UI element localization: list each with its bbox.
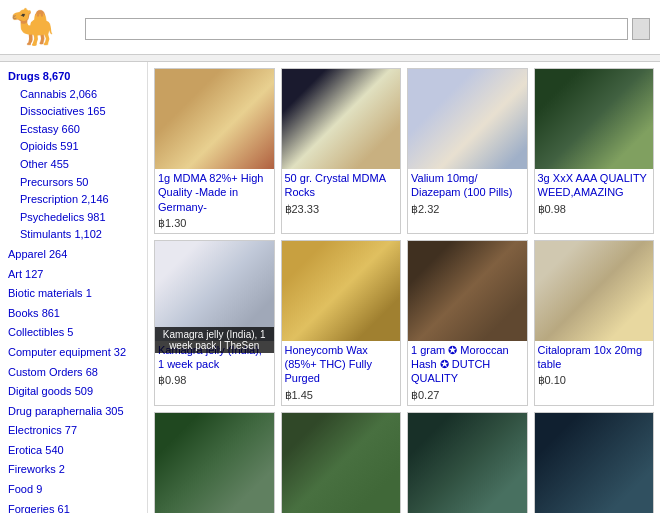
product-card-5[interactable]: Kamagra jelly (India), 1 week pack | The… (154, 240, 275, 406)
sidebar: Drugs 8,670 Cannabis 2,066 Dissociatives… (0, 62, 148, 513)
sidebar-item-food[interactable]: Food 9 (8, 481, 139, 499)
product-card-7[interactable]: 1 gram ✪ Moroccan Hash ✪ DUTCH QUALITY฿0… (407, 240, 528, 406)
sidebar-item-forgeries[interactable]: Forgeries 61 (8, 501, 139, 513)
product-grid: 1g MDMA 82%+ High Quality -Made in Germa… (154, 68, 654, 513)
product-card-1[interactable]: 1g MDMA 82%+ High Quality -Made in Germa… (154, 68, 275, 234)
sidebar-item-drug-para[interactable]: Drug paraphernalia 305 (8, 403, 139, 421)
product-title[interactable]: 1g MDMA 82%+ High Quality -Made in Germa… (155, 169, 274, 216)
product-image (408, 413, 527, 513)
product-image (282, 69, 401, 169)
product-card-6[interactable]: Honeycomb Wax (85%+ THC) Fully Purged฿1.… (281, 240, 402, 406)
logo-area: 🐪 (10, 6, 61, 48)
product-price: ฿2.32 (408, 202, 527, 219)
product-price: ฿1.45 (282, 388, 401, 405)
sidebar-item-dissociatives[interactable]: Dissociatives 165 (8, 103, 139, 121)
product-card-9[interactable]: 10 grams ketamine crystals฿7.15 (154, 412, 275, 513)
sidebar-item-collectibles[interactable]: Collectibles 5 (8, 324, 139, 342)
product-card-8[interactable]: Citalopram 10x 20mg table฿0.10 (534, 240, 655, 406)
product-card-12[interactable]: 300x 25I/25c-NBOMe Liqu Dropper 1200μg฿4… (534, 412, 655, 513)
sidebar-item-opioids[interactable]: Opioids 591 (8, 138, 139, 156)
sidebar-item-books[interactable]: Books 861 (8, 305, 139, 323)
product-price: ฿0.10 (535, 373, 654, 390)
sidebar-item-ecstasy[interactable]: Ecstasy 660 (8, 121, 139, 139)
product-area: 1g MDMA 82%+ High Quality -Made in Germa… (148, 62, 660, 513)
product-title[interactable]: Citalopram 10x 20mg table (535, 341, 654, 374)
product-price: ฿0.98 (535, 202, 654, 219)
shop-by-category-label (0, 55, 660, 62)
sidebar-item-other[interactable]: Other 455 (8, 156, 139, 174)
search-bar (81, 18, 650, 40)
product-tooltip: Kamagra jelly (India), 1 week pack | The… (155, 327, 274, 353)
sidebar-item-erotica[interactable]: Erotica 540 (8, 442, 139, 460)
product-card-11[interactable]: +++ 100 x 25i-NBOMe Strawberry Snuff Cap… (407, 412, 528, 513)
product-title[interactable]: 1 gram ✪ Moroccan Hash ✪ DUTCH QUALITY (408, 341, 527, 388)
sidebar-item-biotic[interactable]: Biotic materials 1 (8, 285, 139, 303)
sidebar-item-precursors[interactable]: Precursors 50 (8, 174, 139, 192)
product-image (155, 69, 274, 169)
product-image (535, 69, 654, 169)
sidebar-item-prescription[interactable]: Prescription 2,146 (8, 191, 139, 209)
product-title[interactable]: Honeycomb Wax (85%+ THC) Fully Purged (282, 341, 401, 388)
sidebar-item-fireworks[interactable]: Fireworks 2 (8, 461, 139, 479)
go-button[interactable] (632, 18, 650, 40)
product-image (282, 241, 401, 341)
search-input[interactable] (85, 18, 628, 40)
product-price: ฿1.30 (155, 216, 274, 233)
sidebar-item-digital[interactable]: Digital goods 509 (8, 383, 139, 401)
product-card-10[interactable]: [3g] Greenstone NZ Hash (B Grade)฿2.49 (281, 412, 402, 513)
sidebar-item-cannabis[interactable]: Cannabis 2,066 (8, 86, 139, 104)
product-price: ฿0.27 (408, 388, 527, 405)
product-image (408, 241, 527, 341)
product-image (535, 241, 654, 341)
sidebar-item-psychedelics[interactable]: Psychedelics 981 (8, 209, 139, 227)
header: 🐪 (0, 0, 660, 55)
product-card-2[interactable]: 50 gr. Crystal MDMA Rocks฿23.33 (281, 68, 402, 234)
product-image (282, 413, 401, 513)
product-title[interactable]: 3g XxX AAA QUALITY WEED,AMAZING (535, 169, 654, 202)
product-card-3[interactable]: Valium 10mg/ Diazepam (100 Pills)฿2.32 (407, 68, 528, 234)
product-title[interactable]: Valium 10mg/ Diazepam (100 Pills) (408, 169, 527, 202)
sidebar-item-art[interactable]: Art 127 (8, 266, 139, 284)
product-price: ฿0.98 (155, 373, 274, 390)
product-image (535, 413, 654, 513)
sidebar-item-computer[interactable]: Computer equipment 32 (8, 344, 139, 362)
main-layout: Drugs 8,670 Cannabis 2,066 Dissociatives… (0, 62, 660, 513)
product-image (408, 69, 527, 169)
sidebar-item-electronics[interactable]: Electronics 77 (8, 422, 139, 440)
sidebar-item-stimulants[interactable]: Stimulants 1,102 (8, 226, 139, 244)
product-card-4[interactable]: 3g XxX AAA QUALITY WEED,AMAZING฿0.98 (534, 68, 655, 234)
product-price: ฿23.33 (282, 202, 401, 219)
sidebar-item-drugs[interactable]: Drugs 8,670 (8, 68, 139, 86)
product-image (155, 413, 274, 513)
camel-icon: 🐪 (10, 6, 55, 48)
sidebar-item-custom[interactable]: Custom Orders 68 (8, 364, 139, 382)
product-title[interactable]: 50 gr. Crystal MDMA Rocks (282, 169, 401, 202)
sidebar-item-apparel[interactable]: Apparel 264 (8, 246, 139, 264)
